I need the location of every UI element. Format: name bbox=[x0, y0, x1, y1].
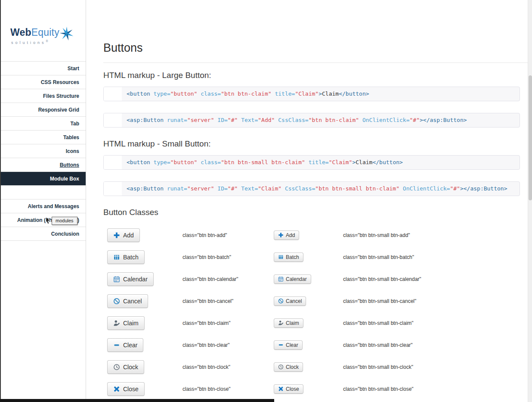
sidebar-item-tab[interactable]: Tab bbox=[0, 117, 86, 131]
sidebar-item-tables[interactable]: Tables bbox=[0, 131, 86, 144]
logo-text-equity: Equity bbox=[31, 27, 59, 38]
demo-button-batch-small[interactable]: Batch bbox=[274, 252, 303, 262]
button-classes-grid: Addclass="btn btn-add"Addclass="btn btn-… bbox=[107, 224, 528, 400]
class-label-large: class="btn btn-clock" bbox=[182, 364, 274, 370]
calendar-icon bbox=[278, 276, 284, 282]
logo-text-web: Web bbox=[10, 27, 31, 38]
class-label-small: class="btn btn-small btn-add" bbox=[343, 232, 528, 238]
sidebar-item-buttons[interactable]: Buttons bbox=[0, 158, 86, 172]
demo-button-add-small[interactable]: Add bbox=[274, 231, 299, 240]
title-divider bbox=[103, 62, 528, 63]
sidebar-item-conclusion[interactable]: Conclusion bbox=[0, 227, 86, 241]
scrollbar-thumb[interactable] bbox=[529, 75, 532, 200]
class-label-small: class="btn btn-small btn-clear" bbox=[343, 342, 528, 348]
sidebar-item-module-box[interactable]: Module Box bbox=[0, 172, 86, 186]
demo-button-clock-large[interactable]: Clock bbox=[107, 360, 144, 374]
section-heading-button-classes: Button Classes bbox=[103, 208, 528, 217]
class-label-large: class="btn btn-add" bbox=[182, 232, 274, 238]
demo-button-add-large[interactable]: Add bbox=[107, 228, 140, 242]
class-label-small: class="btn btn-small btn-batch" bbox=[343, 254, 528, 260]
class-label-small: class="btn btn-small btn-clock" bbox=[343, 364, 528, 370]
demo-button-calendar-small[interactable]: Calendar bbox=[274, 274, 311, 284]
class-label-small: class="btn btn-small btn-cancel" bbox=[343, 298, 528, 304]
minus-icon bbox=[278, 342, 284, 348]
vertical-scrollbar[interactable] bbox=[528, 0, 532, 402]
button-label: Close bbox=[123, 386, 139, 393]
section-heading-small-button: HTML markup - Small Button: bbox=[103, 139, 528, 149]
demo-button-calendar-large[interactable]: Calendar bbox=[107, 272, 154, 286]
tooltip-text: modules bbox=[52, 217, 77, 225]
sidebar-item-start[interactable]: Start bbox=[0, 62, 86, 75]
sidebar-item-css-resources[interactable]: CSS Resources bbox=[0, 75, 86, 89]
button-class-row-add: Addclass="btn btn-add"Addclass="btn btn-… bbox=[107, 224, 528, 246]
sidebar-item-alerts-and-messages[interactable]: Alerts and Messages bbox=[0, 199, 86, 213]
button-label: Claim bbox=[123, 320, 139, 327]
class-label-large: class="btn btn-close" bbox=[182, 386, 274, 392]
demo-button-close-large[interactable]: Close bbox=[107, 382, 145, 396]
button-class-row-batch: Batchclass="btn btn-batch"Batchclass="bt… bbox=[107, 246, 528, 268]
demo-button-close-small[interactable]: Close bbox=[274, 384, 303, 394]
button-label: Clear bbox=[286, 342, 298, 348]
mouse-cursor-icon bbox=[46, 217, 51, 224]
minus-icon bbox=[113, 342, 120, 349]
button-label: Cancel bbox=[123, 298, 142, 305]
webequity-logo: WebEquity solutions® bbox=[0, 0, 86, 61]
demo-button-clear-small[interactable]: Clear bbox=[274, 340, 303, 350]
class-label-large: class="btn btn-claim" bbox=[182, 320, 274, 326]
code-block-html-large: <button type="button" class="btn btn-cla… bbox=[103, 87, 520, 101]
claim-person-icon bbox=[278, 320, 284, 326]
code-text: <asp:Button runat="server" ID="#" Text="… bbox=[122, 182, 520, 196]
sidebar: WebEquity solutions® StartCSS ResourcesF… bbox=[0, 0, 86, 402]
button-class-row-claim: Claimclass="btn btn-claim"Claimclass="bt… bbox=[107, 312, 528, 334]
sidebar-item-responsive-grid[interactable]: Responsive Grid bbox=[0, 103, 86, 117]
demo-button-cancel-small[interactable]: Cancel bbox=[274, 296, 306, 306]
registered-mark: ® bbox=[46, 40, 48, 43]
button-label: Claim bbox=[286, 320, 299, 326]
class-label-large: class="btn btn-calendar" bbox=[182, 276, 274, 282]
close-icon bbox=[278, 386, 284, 392]
demo-button-clear-large[interactable]: Clear bbox=[107, 338, 143, 352]
cancel-icon bbox=[278, 298, 284, 304]
window-left-edge bbox=[0, 0, 1, 402]
button-label: Cancel bbox=[286, 298, 302, 304]
code-gutter bbox=[104, 87, 122, 101]
button-label: Add bbox=[123, 232, 134, 239]
button-label: Close bbox=[286, 386, 299, 392]
close-icon bbox=[113, 386, 120, 393]
button-label: Calendar bbox=[286, 276, 307, 282]
main-content: Buttons HTML markup - Large Button: <but… bbox=[86, 0, 528, 402]
code-block-asp-large: <asp:Button runat="server" ID="#" Text="… bbox=[103, 113, 520, 128]
button-class-row-clear: Clearclass="btn btn-clear"Clearclass="bt… bbox=[107, 334, 528, 356]
class-label-small: class="btn btn-small btn-close" bbox=[343, 386, 528, 392]
batch-icon bbox=[278, 254, 284, 260]
sidebar-item-files-structure[interactable]: Files Structure bbox=[0, 89, 86, 103]
sidebar-nav: StartCSS ResourcesFiles StructureRespons… bbox=[0, 61, 86, 241]
code-gutter bbox=[104, 113, 122, 127]
demo-button-cancel-large[interactable]: Cancel bbox=[107, 294, 148, 308]
code-text: <button type="button" class="btn btn-cla… bbox=[122, 87, 520, 101]
button-label: Clear bbox=[123, 342, 137, 349]
cancel-icon bbox=[113, 298, 120, 305]
button-label: Clock bbox=[123, 364, 138, 371]
code-gutter bbox=[104, 156, 122, 169]
class-label-large: class="btn btn-clear" bbox=[182, 342, 274, 348]
demo-button-claim-small[interactable]: Claim bbox=[274, 318, 303, 328]
sidebar-item-icons[interactable]: Icons bbox=[0, 144, 86, 158]
class-label-small: class="btn btn-small btn-calendar" bbox=[343, 276, 528, 282]
sidebar-empty-row bbox=[0, 186, 86, 199]
demo-button-batch-large[interactable]: Batch bbox=[107, 250, 145, 264]
plus-icon bbox=[113, 232, 120, 239]
page-title: Buttons bbox=[103, 41, 528, 55]
button-class-row-clock: Clockclass="btn btn-clock"Clockclass="bt… bbox=[107, 356, 528, 378]
demo-button-claim-large[interactable]: Claim bbox=[107, 316, 145, 330]
class-label-small: class="btn btn-small btn-claim" bbox=[343, 320, 528, 326]
background-window-edge bbox=[0, 399, 274, 402]
code-block-asp-small: <asp:Button runat="server" ID="#" Text="… bbox=[103, 181, 520, 196]
button-label: Calendar bbox=[123, 276, 148, 283]
demo-button-clock-small[interactable]: Clock bbox=[274, 362, 303, 372]
starburst-icon bbox=[57, 22, 76, 43]
button-class-row-cancel: Cancelclass="btn btn-cancel"Cancelclass=… bbox=[107, 290, 528, 312]
class-label-large: class="btn btn-batch" bbox=[182, 254, 274, 260]
code-gutter bbox=[104, 182, 122, 196]
code-text: <asp:Button runat="server" ID="#" Text="… bbox=[122, 113, 520, 127]
